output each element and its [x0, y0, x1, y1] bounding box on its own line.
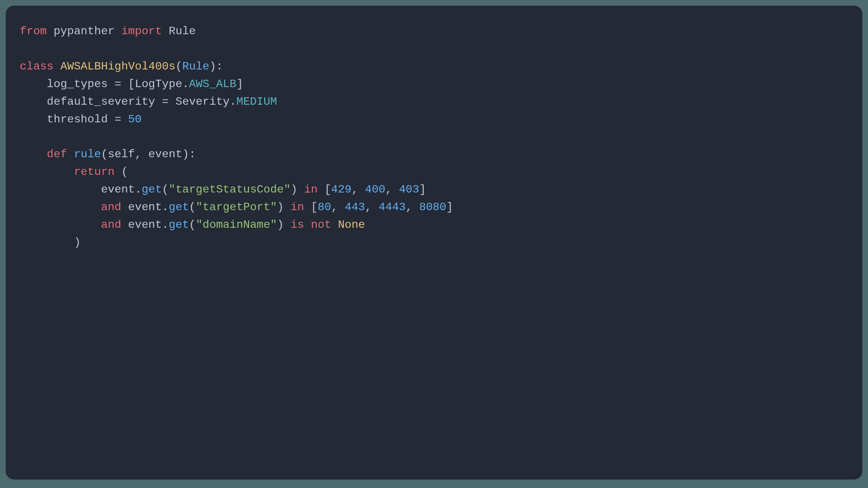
string-target-port: "targetPort": [196, 201, 277, 214]
fn-rule: rule: [74, 148, 101, 161]
var-threshold: threshold: [47, 113, 108, 126]
method-get: get: [169, 201, 189, 214]
keyword-from: from: [20, 25, 47, 38]
paren-close-colon: ):: [209, 60, 223, 73]
paren-close: ): [277, 218, 291, 231]
paren-open: (: [101, 148, 108, 161]
number-50: 50: [128, 113, 141, 126]
assign: =: [155, 95, 176, 108]
keyword-import: import: [121, 25, 162, 38]
paren-open: (: [189, 201, 196, 214]
dot: .: [135, 183, 141, 196]
code-card: from pypanther import Rule class AWSALBH…: [6, 6, 862, 480]
comma: ,: [331, 201, 344, 214]
string-target-status-code: "targetStatusCode": [169, 183, 291, 196]
paren-open: (: [176, 60, 182, 73]
bracket-close: ]: [446, 201, 453, 214]
number-443: 443: [345, 201, 365, 214]
space: [304, 218, 311, 231]
comma: ,: [406, 201, 419, 214]
method-get: get: [169, 218, 189, 231]
param-self: self: [108, 148, 135, 161]
space: [121, 201, 128, 214]
paren-open: (: [162, 183, 169, 196]
number-400: 400: [365, 183, 385, 196]
string-domain-name: "domainName": [196, 218, 277, 231]
attr-medium: MEDIUM: [237, 95, 277, 108]
obj-event: event: [128, 201, 162, 214]
method-get: get: [142, 183, 162, 196]
keyword-is: is: [291, 218, 304, 231]
number-8080: 8080: [419, 201, 446, 214]
space: [121, 218, 128, 231]
keyword-and: and: [101, 218, 121, 231]
assign-bracket: = [: [108, 78, 135, 91]
class-name: AWSALBHighVol400s: [60, 60, 175, 73]
paren-close: ): [277, 201, 291, 214]
number-429: 429: [331, 183, 352, 196]
keyword-not: not: [311, 218, 331, 231]
bracket-open: [: [304, 201, 318, 214]
comma: ,: [365, 201, 378, 214]
obj-event: event: [101, 183, 135, 196]
paren-close: ): [74, 236, 81, 249]
number-80: 80: [318, 201, 331, 214]
param-event: event: [148, 148, 182, 161]
keyword-in: in: [291, 201, 304, 214]
var-default-severity: default_severity: [47, 95, 155, 108]
module-name: pypanther: [54, 25, 115, 38]
comma: ,: [352, 183, 365, 196]
literal-none: None: [338, 218, 365, 231]
dot: .: [162, 201, 169, 214]
keyword-class: class: [20, 60, 54, 73]
dot: .: [182, 78, 189, 91]
base-class: Rule: [182, 60, 209, 73]
bracket-close: ]: [419, 183, 426, 196]
paren-close: ): [291, 183, 304, 196]
paren-open: (: [115, 165, 128, 178]
import-name: Rule: [169, 25, 196, 38]
attr-aws-alb: AWS_ALB: [189, 78, 236, 91]
type-logtype: LogType: [135, 78, 182, 91]
dot: .: [230, 95, 236, 108]
keyword-return: return: [74, 165, 115, 178]
code-block: from pypanther import Rule class AWSALBH…: [20, 23, 848, 251]
paren-close-colon: ):: [182, 148, 196, 161]
bracket-close: ]: [237, 78, 243, 91]
paren-open: (: [189, 218, 196, 231]
keyword-and: and: [101, 201, 121, 214]
number-403: 403: [399, 183, 419, 196]
space: [331, 218, 338, 231]
comma: ,: [135, 148, 148, 161]
keyword-in: in: [304, 183, 318, 196]
keyword-def: def: [47, 148, 67, 161]
obj-event: event: [128, 218, 162, 231]
dot: .: [162, 218, 169, 231]
assign: =: [108, 113, 128, 126]
type-severity: Severity: [176, 95, 230, 108]
bracket-open: [: [318, 183, 331, 196]
number-4443: 4443: [379, 201, 406, 214]
var-log-types: log_types: [47, 78, 108, 91]
comma: ,: [385, 183, 399, 196]
